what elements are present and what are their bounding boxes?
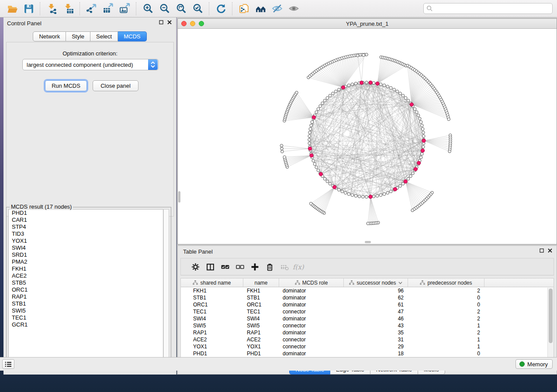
tab-network[interactable]: Network [33,31,66,41]
table-row[interactable]: ORC1ORC1dominator610 [181,301,554,308]
mcds-result-item[interactable]: SWI5 [9,307,163,314]
column-header-successor-nodes[interactable]: successor nodes [344,279,408,287]
mcds-result-item[interactable]: PHD1 [9,210,163,217]
float-panel-icon[interactable] [159,20,163,24]
mcds-tab-content: Optimization criterion: largest connecte… [6,42,174,217]
mcds-result-item[interactable]: ORC1 [9,286,163,293]
search-box[interactable] [423,3,553,14]
zoom-in-button[interactable] [140,2,155,16]
table-row[interactable]: STB1STB1dominator620 [181,294,554,301]
add-column-button[interactable] [247,260,262,273]
network-horizontal-scrollthumb[interactable] [365,241,371,243]
mcds-result-item[interactable]: RAP1 [9,293,163,300]
network-column-icon [295,280,300,285]
split-panel-button[interactable] [203,260,218,273]
zoom-fit-icon [176,3,187,14]
zoom-selected-button[interactable] [190,2,205,16]
mcds-result-item[interactable]: TEC1 [9,314,163,321]
first-neighbors-button[interactable] [253,2,268,16]
select-all-checkboxes-button[interactable] [218,260,232,273]
mcds-result-item[interactable]: GCR1 [9,321,163,328]
network-vertical-scrollthumb[interactable] [178,191,180,203]
show-all-button[interactable] [286,2,301,16]
table-row[interactable]: RAP1RAP1dominator352 [181,329,554,336]
cell-predecessor_nodes: 1 [408,336,484,343]
new-network-from-selection-button[interactable] [236,2,251,16]
run-mcds-button[interactable]: Run MCDS [45,80,87,91]
table-row[interactable]: SWI5SWI5connector431 [181,322,554,329]
close-table-panel-icon[interactable] [548,248,552,253]
toolbar-separator [80,2,80,15]
table-row[interactable]: YOX1YOX1connector291 [181,343,554,350]
table-options-gear-button[interactable] [188,260,203,273]
table-toolbar: f(x) [180,258,554,275]
table-row[interactable]: FKH1FKH1dominator962 [181,287,554,294]
network-column-icon [420,280,425,285]
save-session-button[interactable] [21,2,36,16]
export-image-button[interactable] [117,2,132,16]
cell-shared_name: STB1 [181,294,243,301]
toolbar-separator [209,2,209,15]
zoom-out-button[interactable] [157,2,172,16]
mcds-result-item[interactable]: ACE2 [9,272,163,279]
deselect-all-checkboxes-button[interactable] [232,260,247,273]
mcds-result-list[interactable]: PHD1CAR1STP4TID3YOX1SWI4SRD1PMA2FKH1ACE2… [8,209,163,364]
mcds-result-item[interactable]: SRD1 [9,251,163,258]
tab-mcds[interactable]: MCDS [118,31,146,41]
import-network-button[interactable] [44,2,59,16]
tab-style[interactable]: Style [66,31,90,41]
memory-label: Memory [527,361,548,368]
cell-predecessor_nodes: 2 [408,287,484,294]
mcds-result-item[interactable]: TID3 [9,230,163,237]
mcds-result-item[interactable]: YOX1 [9,237,163,244]
table-row[interactable]: PHD1PHD1dominator180 [181,350,554,357]
mcds-result-item[interactable]: CAR1 [9,217,163,224]
mcds-result-item[interactable]: STB1 [9,300,163,307]
delete-column-button[interactable] [262,260,277,273]
export-network-button[interactable] [84,2,99,16]
search-input[interactable] [433,4,552,13]
mcds-result-item[interactable]: STP4 [9,224,163,230]
mcds-result-item[interactable]: PMA2 [9,258,163,265]
export-table-button[interactable] [100,2,115,16]
column-header-MCDS-role[interactable]: MCDS role [279,279,344,287]
table-row[interactable]: ACE2ACE2connector311 [181,336,554,343]
table-row[interactable]: TEC1TEC1connector472 [181,308,554,315]
tab-select[interactable]: Select [90,31,118,41]
optimization-criterion-select[interactable]: largest connected component (undirected) [22,59,159,70]
refresh-view-button[interactable] [213,2,228,16]
float-table-panel-icon[interactable] [540,248,544,253]
close-panel-icon[interactable] [167,20,172,24]
cell-name: PHD1 [243,350,279,357]
mcds-result-item[interactable]: FKH1 [9,265,163,272]
cell-successor_nodes: 61 [344,301,408,308]
network-graph[interactable] [178,29,557,244]
mcds-result-item[interactable]: SWI4 [9,244,163,251]
table-row[interactable]: SWI4SWI4dominator462 [181,315,554,322]
import-table-button[interactable] [61,2,76,16]
hide-selected-button[interactable] [270,2,284,16]
table-header-row: shared namenameMCDS rolesuccessor nodesp… [181,279,554,287]
column-header-predecessor-nodes[interactable]: predecessor nodes [408,279,484,287]
control-panel-title: Control Panel [7,20,42,27]
column-header-shared-name[interactable]: shared name [181,279,243,287]
table-scrollbar[interactable] [547,288,554,361]
split-panel-icon [206,263,214,271]
cell-successor_nodes: 29 [344,343,408,350]
network-canvas[interactable] [178,29,557,244]
column-header-name[interactable]: name [243,279,279,287]
network-window-titlebar[interactable]: YPA_prune.txt_1 [178,19,557,29]
open-file-button[interactable] [4,2,19,16]
status-menu-button[interactable] [2,359,14,369]
mcds-result-title: MCDS result (17 nodes) [10,203,73,210]
node-table: shared namenameMCDS rolesuccessor nodesp… [180,278,554,362]
zoom-fit-button[interactable] [173,2,188,16]
close-panel-button[interactable]: Close panel [93,80,138,91]
cell-predecessor_nodes: 0 [408,350,484,357]
mcds-result-item[interactable]: STB5 [9,279,163,286]
network-window-title: YPA_prune.txt_1 [178,21,557,27]
memory-button[interactable]: Memory [515,359,553,369]
cell-name: STB1 [243,294,279,301]
cell-predecessor_nodes: 2 [408,329,484,336]
mcds-list-scrollbar[interactable] [163,209,169,364]
